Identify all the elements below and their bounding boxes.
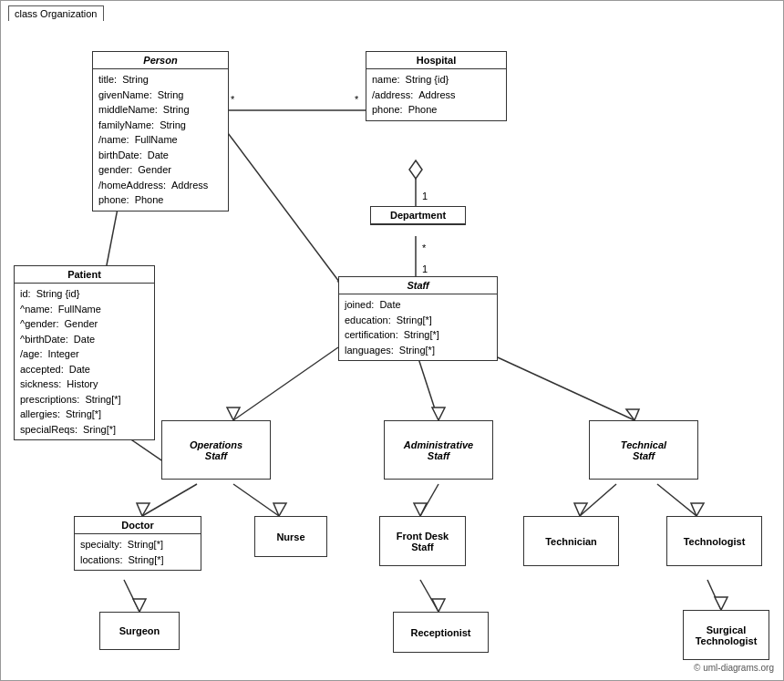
svg-text:*: *: [422, 242, 427, 253]
doctor-attrs: specialty:String[*] locations:String[*]: [75, 534, 201, 570]
front-desk-staff-box: Front DeskStaff: [379, 516, 466, 566]
technical-staff-title: TechnicalStaff: [614, 434, 674, 467]
svg-marker-20: [137, 503, 150, 516]
svg-line-33: [707, 580, 721, 610]
staff-attrs: joined:Date education:String[*] certific…: [339, 294, 497, 360]
doctor-box: Doctor specialty:String[*] locations:Str…: [74, 516, 201, 571]
svg-line-13: [233, 347, 338, 420]
patient-title: Patient: [15, 266, 154, 284]
svg-marker-30: [133, 599, 146, 612]
receptionist-box: Receptionist: [393, 612, 489, 653]
staff-box: Staff joined:Date education:String[*] ce…: [338, 276, 498, 361]
person-title: Person: [93, 52, 228, 69]
svg-text:1: 1: [422, 191, 428, 201]
surgical-technologist-title: SurgicalTechnologist: [688, 619, 765, 652]
svg-text:*: *: [231, 94, 235, 105]
hospital-box: Hospital name:String {id} /address:Addre…: [366, 51, 507, 121]
hospital-attrs: name:String {id} /address:Address phone:…: [366, 69, 506, 120]
doctor-title: Doctor: [75, 517, 201, 534]
technician-box: Technician: [523, 516, 619, 566]
technical-staff-box: TechnicalStaff: [589, 420, 698, 480]
receptionist-title: Receptionist: [403, 622, 478, 644]
administrative-staff-title: AdministrativeStaff: [397, 434, 480, 467]
svg-marker-4: [409, 160, 422, 179]
svg-line-19: [142, 484, 197, 516]
svg-line-27: [657, 484, 696, 516]
technologist-title: Technologist: [676, 531, 753, 552]
surgeon-box: Surgeon: [99, 612, 180, 650]
svg-line-23: [420, 484, 438, 516]
svg-marker-32: [432, 599, 445, 612]
copyright-text: © uml-diagrams.org: [694, 663, 774, 673]
nurse-box: Nurse: [254, 516, 327, 557]
svg-marker-34: [715, 597, 727, 610]
svg-text:1: 1: [422, 263, 428, 274]
svg-marker-18: [626, 409, 639, 420]
department-title: Department: [371, 207, 465, 224]
svg-line-25: [580, 484, 616, 516]
front-desk-staff-title: Front DeskStaff: [389, 525, 456, 558]
patient-box: Patient id:String {id} ^name:FullName ^g…: [14, 265, 155, 440]
svg-marker-24: [414, 503, 427, 516]
technician-title: Technician: [538, 531, 604, 552]
surgical-technologist-box: SurgicalTechnologist: [683, 610, 769, 660]
svg-line-21: [233, 484, 279, 516]
svg-marker-28: [691, 503, 704, 516]
svg-marker-22: [273, 503, 286, 516]
svg-text:*: *: [355, 94, 359, 105]
patient-attrs: id:String {id} ^name:FullName ^gender:Ge…: [15, 284, 154, 439]
svg-marker-14: [227, 408, 240, 420]
surgeon-title: Surgeon: [112, 620, 168, 642]
staff-title: Staff: [339, 277, 497, 294]
administrative-staff-box: AdministrativeStaff: [384, 420, 493, 480]
diagram-label: class Organization: [8, 5, 104, 21]
svg-line-29: [124, 580, 139, 612]
person-box: Person title:String givenName:String mid…: [92, 51, 229, 212]
hospital-title: Hospital: [366, 52, 506, 69]
department-box: Department: [370, 206, 466, 225]
operations-staff-title: OperationsStaff: [182, 434, 250, 467]
technologist-box: Technologist: [666, 516, 762, 566]
svg-marker-26: [574, 503, 587, 516]
svg-marker-16: [432, 408, 445, 420]
diagram-container: class Organization * * 1 * 1: [0, 0, 784, 681]
svg-line-31: [420, 580, 438, 612]
nurse-title: Nurse: [269, 526, 312, 548]
operations-staff-box: OperationsStaff: [161, 420, 271, 480]
svg-line-11: [220, 122, 347, 293]
person-attrs: title:String givenName:String middleName…: [93, 69, 228, 211]
